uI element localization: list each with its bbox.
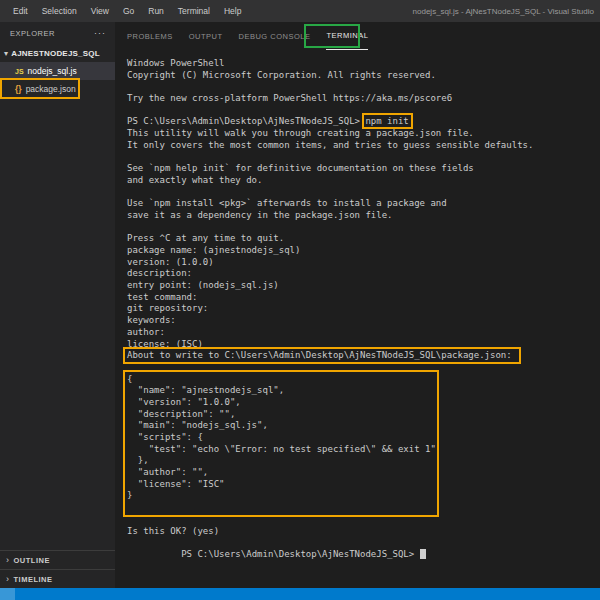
menu-item-view[interactable]: View <box>84 6 116 16</box>
chevron-down-icon: ▾ <box>4 49 8 58</box>
section-label: OUTLINE <box>14 556 50 565</box>
terminal-line: Try the new cross-platform PowerShell ht… <box>127 93 600 105</box>
explorer-sidebar: EXPLORER ··· ▾ AJNESTNODEJS_SQL JS nodej… <box>0 22 115 588</box>
terminal-line: and exactly what they do. <box>127 175 600 187</box>
tab-output[interactable]: OUTPUT <box>189 22 223 50</box>
file-name: package.json <box>26 84 76 94</box>
terminal-line: "name": "ajnestnodejs_sql", <box>127 385 600 397</box>
terminal-line: description: <box>127 268 600 280</box>
menu-item-help[interactable]: Help <box>217 6 248 16</box>
terminal-line: entry point: (nodejs_sql.js) <box>127 280 600 292</box>
terminal-line: Use `npm install <pkg>` afterwards to in… <box>127 198 600 210</box>
explorer-header: EXPLORER ··· <box>0 22 115 44</box>
terminal[interactable]: Windows PowerShellCopyright (C) Microsof… <box>115 50 600 588</box>
vscode-window: Edit Selection View Go Run Terminal Help… <box>0 0 600 600</box>
terminal-line: See `npm help init` for definitive docum… <box>127 163 600 175</box>
terminal-line: Windows PowerShell <box>127 58 600 70</box>
terminal-line: git repository: <box>127 303 600 315</box>
terminal-line: keywords: <box>127 315 600 327</box>
terminal-line <box>127 362 600 374</box>
file-name: nodejs_sql.js <box>28 66 77 76</box>
terminal-cursor <box>420 549 426 559</box>
menu-item-run[interactable]: Run <box>141 6 171 16</box>
menu-item-selection[interactable]: Selection <box>35 6 84 16</box>
terminal-line <box>127 502 600 514</box>
terminal-line: Press ^C at any time to quit. <box>127 233 600 245</box>
terminal-line: test command: <box>127 292 600 304</box>
terminal-line: author: <box>127 327 600 339</box>
terminal-line <box>127 514 600 526</box>
tab-debug-console[interactable]: DEBUG CONSOLE <box>239 22 311 50</box>
terminal-line <box>127 222 600 234</box>
terminal-line: This utility will walk you through creat… <box>127 128 600 140</box>
js-file-icon: JS <box>15 68 24 75</box>
terminal-line: "scripts": { <box>127 432 600 444</box>
terminal-line: save it as a dependency in the package.j… <box>127 210 600 222</box>
terminal-line: "description": "", <box>127 409 600 421</box>
terminal-line: Copyright (C) Microsoft Corporation. All… <box>127 70 600 82</box>
status-bar <box>0 588 600 600</box>
tab-terminal[interactable]: TERMINAL <box>326 22 368 50</box>
more-actions-icon[interactable]: ··· <box>94 28 106 38</box>
outline-section[interactable]: › OUTLINE <box>0 550 115 569</box>
terminal-line <box>127 105 600 117</box>
workbench-body: EXPLORER ··· ▾ AJNESTNODEJS_SQL JS nodej… <box>0 22 600 588</box>
file-item-package-json[interactable]: {} package.json <box>0 80 115 98</box>
folder-name: AJNESTNODEJS_SQL <box>11 49 100 58</box>
terminal-line: { <box>127 374 600 386</box>
menu-bar: Edit Selection View Go Run Terminal Help <box>0 6 248 16</box>
section-label: TIMELINE <box>14 575 53 584</box>
sidebar-bottom-sections: › OUTLINE › TIMELINE <box>0 550 115 588</box>
terminal-output: Windows PowerShellCopyright (C) Microsof… <box>127 58 600 537</box>
json-file-icon: {} <box>15 84 22 94</box>
bottom-panel: PROBLEMS OUTPUT DEBUG CONSOLE TERMINAL W… <box>115 22 600 588</box>
terminal-line: "license": "ISC" <box>127 479 600 491</box>
panel-tab-bar: PROBLEMS OUTPUT DEBUG CONSOLE TERMINAL <box>115 22 600 50</box>
terminal-prompt-line: PS C:\Users\Admin\Desktop\AjNesTNodeJS_S… <box>127 537 600 549</box>
title-bar: Edit Selection View Go Run Terminal Help… <box>0 0 600 22</box>
terminal-line: Is this OK? (yes) <box>127 526 600 538</box>
menu-item-terminal[interactable]: Terminal <box>171 6 217 16</box>
terminal-line: package name: (ajnestnodejs_sql) <box>127 245 600 257</box>
terminal-line: version: (1.0.0) <box>127 257 600 269</box>
terminal-line: PS C:\Users\Admin\Desktop\AjNesTNodeJS_S… <box>127 116 600 128</box>
terminal-line <box>127 187 600 199</box>
terminal-line: "main": "nodejs_sql.js", <box>127 420 600 432</box>
terminal-line: About to write to C:\Users\Admin\Desktop… <box>127 350 600 362</box>
window-title: nodejs_sql.js - AjNesTNodeJS_SQL - Visua… <box>413 7 600 16</box>
terminal-line: "author": "", <box>127 467 600 479</box>
terminal-line: license: (ISC) <box>127 339 600 351</box>
terminal-line: "version": "1.0.0", <box>127 397 600 409</box>
prompt-text: PS C:\Users\Admin\Desktop\AjNesTNodeJS_S… <box>181 549 419 559</box>
menu-item-go[interactable]: Go <box>116 6 141 16</box>
folder-header[interactable]: ▾ AJNESTNODEJS_SQL <box>0 44 115 62</box>
menu-item-edit[interactable]: Edit <box>6 6 35 16</box>
terminal-line <box>127 81 600 93</box>
chevron-right-icon: › <box>6 574 10 584</box>
explorer-title: EXPLORER <box>10 29 55 38</box>
status-indicator[interactable] <box>0 588 15 600</box>
terminal-line: "test": "echo \"Error: no test specified… <box>127 444 600 456</box>
terminal-line <box>127 152 600 164</box>
terminal-line: }, <box>127 455 600 467</box>
file-item-nodejs-sql[interactable]: JS nodejs_sql.js <box>0 62 115 80</box>
tab-problems[interactable]: PROBLEMS <box>127 22 173 50</box>
timeline-section[interactable]: › TIMELINE <box>0 569 115 588</box>
terminal-line: } <box>127 490 600 502</box>
terminal-line: It only covers the most common items, an… <box>127 140 600 152</box>
chevron-right-icon: › <box>6 555 10 565</box>
